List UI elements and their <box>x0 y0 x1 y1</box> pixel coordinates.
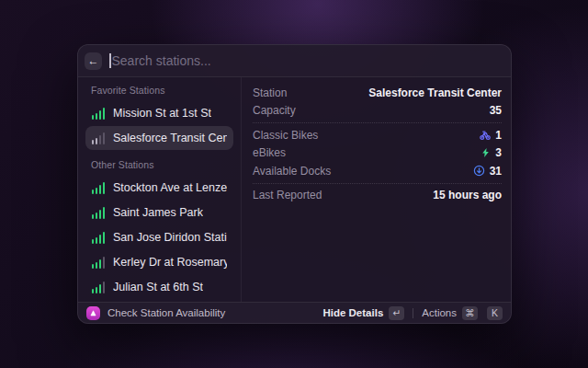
detail-value: 1 <box>480 129 502 142</box>
command-key-icon: ⌘ <box>462 306 478 320</box>
detail-label: Classic Bikes <box>253 129 318 142</box>
action-bar: Check Station Availability Hide Details … <box>78 302 511 323</box>
detail-value: Salesforce Transit Center <box>368 86 502 99</box>
command-name: Check Station Availability <box>107 307 225 318</box>
list-item-julian-st[interactable]: Julian St at 6th St <box>85 275 233 299</box>
detail-row-available-docks: Available Docks 31 <box>253 162 502 180</box>
detail-row-station: Station Salesforce Transit Center <box>253 84 502 102</box>
content-area: Favorite Stations Mission St at 1st St S… <box>78 77 511 302</box>
detail-label: Station <box>253 86 287 99</box>
back-button[interactable]: ← <box>85 52 102 70</box>
classic-bikes-count: 1 <box>495 129 502 142</box>
k-key-icon: K <box>487 306 503 320</box>
search-input[interactable] <box>112 53 503 68</box>
arrow-left-icon: ← <box>88 54 99 67</box>
station-name: Mission St at 1st St <box>113 107 211 120</box>
section-header-other: Other Stations <box>85 151 233 175</box>
list-item-kerley-dr[interactable]: Kerley Dr at Rosemary St <box>85 250 233 274</box>
lightning-bolt-icon <box>481 147 491 158</box>
station-name: Kerley Dr at Rosemary St <box>113 256 227 269</box>
detail-row-ebikes: eBikes 3 <box>253 144 502 163</box>
detail-divider <box>253 122 502 123</box>
detail-value: 31 <box>473 165 502 178</box>
footer-actions: Hide Details ↵ Actions ⌘ K <box>322 306 503 320</box>
signal-bars-icon <box>92 182 105 194</box>
list-item-salesforce-transit-center-selected[interactable]: Salesforce Transit Center <box>85 126 233 150</box>
arrow-down-circle-icon <box>473 165 485 177</box>
signal-bars-icon <box>92 207 105 219</box>
signal-bars-icon <box>92 132 105 144</box>
detail-value: 3 <box>481 146 502 159</box>
actions-button[interactable]: Actions ⌘ K <box>422 306 503 320</box>
station-name: Julian St at 6th St <box>113 281 203 293</box>
return-key-icon: ↵ <box>389 306 404 320</box>
detail-value: 35 <box>490 104 502 117</box>
bike-icon <box>480 130 491 141</box>
list-item-san-jose-diridon[interactable]: San Jose Diridon Station <box>85 225 233 249</box>
signal-bars-icon <box>92 257 105 269</box>
hide-details-label: Hide Details <box>322 307 383 318</box>
list-item-stockton-ave[interactable]: Stockton Ave at Lenzen Ave <box>85 176 233 200</box>
detail-row-last-reported: Last Reported 15 hours ago <box>253 187 502 205</box>
detail-label: Last Reported <box>253 189 322 201</box>
command-info: Check Station Availability <box>86 306 225 320</box>
detail-divider <box>253 183 502 184</box>
detail-label: Available Docks <box>253 165 331 178</box>
available-docks-count: 31 <box>490 165 502 178</box>
list-item-saint-james-park[interactable]: Saint James Park <box>85 201 233 224</box>
signal-bars-icon <box>92 108 105 120</box>
station-name: Saint James Park <box>113 206 203 219</box>
section-header-favorites: Favorite Stations <box>85 77 233 100</box>
station-details-panel: Station Salesforce Transit Center Capaci… <box>242 77 511 302</box>
detail-value: 15 hours ago <box>433 189 502 201</box>
detail-row-classic-bikes: Classic Bikes 1 <box>253 126 502 144</box>
text-caret <box>109 53 111 68</box>
raycast-logo-icon <box>86 306 100 320</box>
station-name: San Jose Diridon Station <box>113 231 227 244</box>
signal-bars-icon <box>92 232 105 244</box>
launcher-window: ← Favorite Stations Mission St at 1st St… <box>77 44 512 324</box>
station-list: Favorite Stations Mission St at 1st St S… <box>78 77 242 302</box>
station-name: Salesforce Transit Center <box>113 132 227 144</box>
detail-row-capacity: Capacity 35 <box>253 102 502 121</box>
ebikes-count: 3 <box>495 146 502 159</box>
signal-bars-icon <box>92 282 105 293</box>
hide-details-button[interactable]: Hide Details ↵ <box>322 306 404 320</box>
station-name: Stockton Ave at Lenzen Ave <box>113 181 227 194</box>
search-bar: ← <box>78 45 511 77</box>
footer-separator <box>413 308 413 318</box>
actions-label: Actions <box>422 307 457 318</box>
detail-label: eBikes <box>253 146 286 159</box>
list-item-mission-st[interactable]: Mission St at 1st St <box>85 101 233 125</box>
detail-label: Capacity <box>253 104 296 117</box>
